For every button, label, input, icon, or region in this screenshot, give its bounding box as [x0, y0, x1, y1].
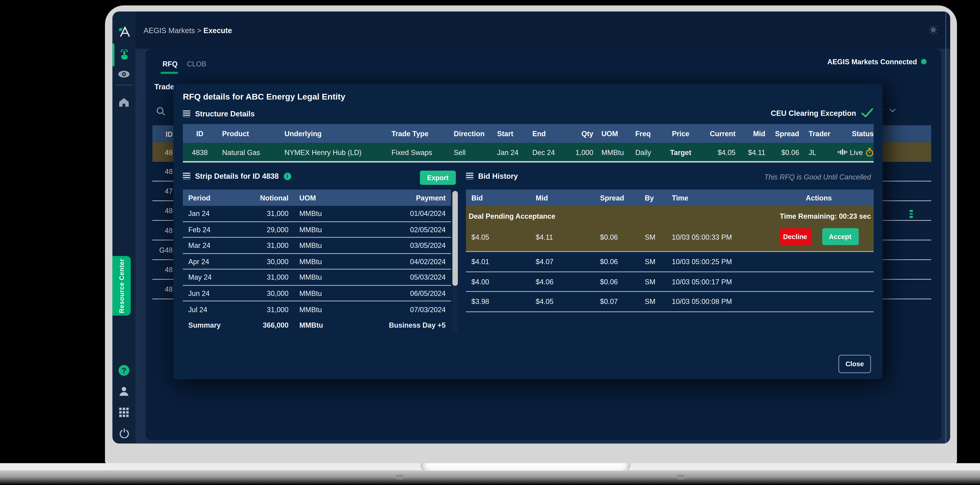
pending-label: Deal Pending Acceptance: [469, 212, 555, 220]
breadcrumb-prefix: AEGIS Markets >: [144, 26, 202, 34]
laptop-foot-left: [396, 475, 403, 479]
bid-history-section-header: Bid History: [466, 172, 518, 180]
price-target-badge: Target: [662, 148, 699, 156]
structure-table: ID Product Underlying Trade Type Directi…: [183, 124, 874, 162]
strip-table: Period Notional UOM Payment Jan 2431,000…: [183, 190, 451, 333]
list-icon: [466, 173, 473, 180]
aegis-logo[interactable]: [113, 22, 135, 42]
strip-row: Jan 2431,000MMBtu01/04/2024: [183, 206, 451, 222]
bid-history-header: Bid Mid Spread By Time Actions: [466, 190, 873, 206]
bid-row: $4.01$4.07$0.06SM10/03 05:00:25 PM: [466, 252, 873, 272]
pending-actions: Decline Accept: [764, 228, 874, 245]
list-icon: [183, 110, 190, 117]
pending-deal-banner: Deal Pending Acceptance Time Remaining: …: [466, 206, 873, 222]
laptop-foot-right: [677, 475, 684, 479]
app-screen: AEGIS Markets > Execute: [113, 11, 950, 444]
info-icon[interactable]: i: [283, 172, 291, 180]
accept-button[interactable]: Accept: [822, 228, 859, 245]
resource-center-label: Resource Center: [118, 258, 125, 313]
live-waveform-icon: [838, 149, 847, 155]
time-remaining: Time Remaining: 00:23 sec: [780, 212, 871, 220]
bid-row: $3.98$4.05$0.07SM10/03 05:00:08 PM: [466, 292, 873, 312]
stage: AEGIS Markets > Execute: [0, 0, 980, 485]
strip-row: Jun 2430,000MMBtu06/05/2024: [183, 285, 451, 301]
gtc-note: This RFQ is Good Until Cancelled: [764, 173, 871, 181]
help-icon[interactable]: ?: [113, 360, 135, 380]
profile-icon[interactable]: [113, 381, 135, 402]
decline-button[interactable]: Decline: [779, 228, 811, 245]
row-actions-kebab-icon[interactable]: [910, 210, 913, 218]
app-header: AEGIS Markets > Execute: [135, 11, 950, 49]
id-column-header: ID: [152, 130, 173, 138]
bid-row: $4.00$4.06$0.06SM10/03 05:00:17 PM: [466, 272, 873, 292]
resource-center-tab[interactable]: Resource Center: [113, 256, 131, 315]
panel-section-label: Trade: [154, 83, 174, 91]
rfq-details-modal: RFQ details for ABC Energy Legal Entity …: [173, 84, 883, 379]
strip-row: May 2431,000MMBtu05/03/2024: [183, 269, 451, 285]
strip-row: Mar 2431,000MMBtu03/05/2024: [183, 238, 451, 254]
execute-tap-icon[interactable]: [113, 45, 135, 65]
laptop-base-front: [0, 471, 980, 485]
sidebar-divider: [115, 85, 133, 85]
status-cell: Live: [825, 147, 874, 157]
clearing-exception[interactable]: CEU Clearing Exception: [771, 108, 873, 117]
logout-power-icon[interactable]: [113, 423, 135, 443]
connection-label: AEGIS Markets Connected: [827, 57, 917, 66]
tab-rfq-underline: [161, 72, 178, 74]
breadcrumb-current: Execute: [204, 26, 232, 34]
tab-rfq[interactable]: RFQ: [162, 60, 178, 68]
home-icon[interactable]: [113, 92, 135, 113]
strip-row: Jul 2431,000MMBtu07/03/2024: [183, 301, 451, 317]
close-button[interactable]: Close: [838, 355, 871, 373]
list-icon: [183, 173, 190, 180]
connection-status: AEGIS Markets Connected: [827, 57, 926, 66]
stopwatch-icon: [865, 147, 873, 157]
brightness-icon[interactable]: [929, 25, 938, 37]
strip-scrollbar[interactable]: [452, 190, 458, 332]
chevron-down-icon: [889, 108, 896, 113]
export-button[interactable]: Export: [420, 171, 456, 185]
status-live-label: Live: [850, 148, 863, 156]
modal-title: RFQ details for ABC Energy Legal Entity: [183, 92, 345, 102]
connected-dot-icon: [921, 59, 926, 64]
bid-history-table: Bid Mid Spread By Time Actions Deal Pend…: [466, 190, 873, 312]
pending-deal-block: Deal Pending Acceptance Time Remaining: …: [466, 206, 873, 252]
strip-table-header: Period Notional UOM Payment: [183, 190, 451, 206]
strip-summary-row: Summary366,000MMBtuBusiness Day +5: [183, 317, 451, 333]
check-icon: [861, 108, 873, 117]
strip-row: Apr 2430,000MMBtu04/02/2024: [183, 254, 451, 269]
sidebar: Resource Center ?: [113, 11, 135, 444]
tab-clob[interactable]: CLOB: [187, 60, 207, 68]
structure-row[interactable]: 4838 Natural Gas NYMEX Henry Hub (LD) Fi…: [183, 143, 874, 162]
screen-edge-line: [945, 11, 946, 444]
structure-details-section-header: Structure Details: [183, 110, 255, 118]
strip-scrollbar-thumb[interactable]: [452, 191, 458, 286]
apps-grid-icon[interactable]: [113, 402, 135, 423]
search-icon[interactable]: [156, 106, 165, 118]
watch-eye-icon[interactable]: [113, 64, 135, 84]
strip-row: Feb 2429,000MMBtu02/05/2024: [183, 222, 451, 238]
strip-details-section-header: Strip Details for ID 4838 i: [183, 172, 291, 180]
pending-bid-row: $4.05 $4.11 $0.06 SM 10/03 05:00:33 PM D…: [466, 222, 873, 251]
structure-table-header: ID Product Underlying Trade Type Directi…: [183, 124, 874, 143]
breadcrumb: AEGIS Markets > Execute: [144, 26, 232, 34]
